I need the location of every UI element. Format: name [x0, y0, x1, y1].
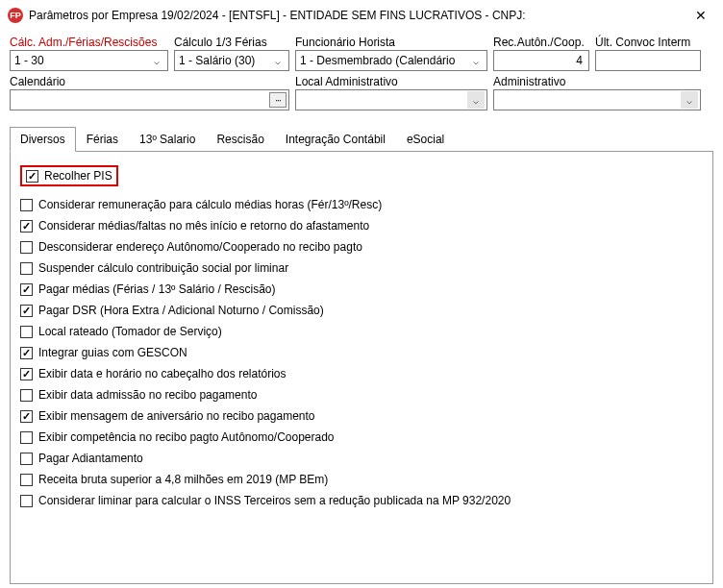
- checkbox[interactable]: [20, 410, 33, 423]
- combo-administrativo[interactable]: ⌵: [493, 89, 701, 110]
- checkbox-label: Recolher PIS: [44, 169, 112, 183]
- combo-func-hor-value: 1 - Desmembrado (Calendário: [300, 54, 455, 67]
- label-calc-13: Cálculo 1/3 Férias: [174, 36, 289, 49]
- checkbox[interactable]: [20, 199, 33, 211]
- combo-calc-adm[interactable]: 1 - 30 ⌵: [10, 50, 168, 71]
- checkbox[interactable]: [20, 453, 33, 465]
- input-rec-auton[interactable]: 4: [493, 50, 589, 71]
- chevron-down-icon: ⌵: [467, 52, 485, 69]
- ellipsis-button[interactable]: ···: [269, 92, 287, 108]
- checkbox-row: Pagar médias (Férias / 13º Salário / Res…: [18, 279, 705, 300]
- checkbox-row: Suspender cálculo contribuição social po…: [18, 257, 705, 279]
- combo-func-hor[interactable]: 1 - Desmembrado (Calendário ⌵: [295, 50, 487, 71]
- tab-content-diversos: Recolher PISConsiderar remuneração para …: [10, 152, 713, 584]
- close-button[interactable]: ✕: [686, 6, 715, 25]
- tab-f-rias[interactable]: Férias: [76, 127, 129, 152]
- checkbox-label: Exibir competência no recibo pagto Autôn…: [38, 430, 335, 444]
- checkbox-label: Suspender cálculo contribuição social po…: [38, 261, 288, 275]
- label-administrativo: Administrativo: [493, 75, 701, 88]
- highlight-box: Recolher PIS: [20, 165, 118, 186]
- checkbox-label: Pagar médias (Férias / 13º Salário / Res…: [38, 282, 275, 296]
- input-calendario[interactable]: ···: [10, 89, 289, 110]
- input-ult-convoc[interactable]: [595, 50, 701, 71]
- checkbox[interactable]: [20, 474, 33, 486]
- chevron-down-icon: ⌵: [148, 52, 165, 69]
- checkbox[interactable]: [20, 368, 33, 380]
- checkbox-row: Exibir mensagem de aniversário no recibo…: [18, 405, 705, 427]
- combo-calc-adm-value: 1 - 30: [14, 54, 44, 67]
- checkbox-label: Considerar liminar para calcular o INSS …: [38, 494, 511, 507]
- titlebar: FP Parâmetros por Empresa 19/02/2024 - […: [0, 0, 723, 32]
- checkbox[interactable]: [20, 431, 33, 444]
- chevron-down-icon: ⌵: [467, 91, 485, 109]
- checkbox-row: Pagar DSR (Hora Extra / Adicional Noturn…: [18, 300, 705, 321]
- checkbox-row: Considerar remuneração para cálculo médi…: [18, 194, 705, 215]
- checkbox[interactable]: [20, 389, 33, 402]
- tab-diversos[interactable]: Diversos: [10, 127, 76, 152]
- tab-integra-o-cont-bil[interactable]: Integração Contábil: [275, 127, 396, 152]
- checkbox-row: Considerar médias/faltas no mês início e…: [18, 215, 705, 236]
- window-title: Parâmetros por Empresa 19/02/2024 - [ENT…: [29, 9, 686, 22]
- checkbox-label: Receita bruta superior a 4,8 milhões em …: [38, 473, 328, 486]
- combo-calc-13[interactable]: 1 - Salário (30) ⌵: [174, 50, 289, 71]
- combo-local-adm[interactable]: ⌵: [295, 89, 487, 110]
- parameters-panel: Cálc. Adm./Férias/Rescisões 1 - 30 ⌵ Cál…: [0, 32, 723, 120]
- checkbox-label: Integrar guias com GESCON: [38, 346, 187, 359]
- checkbox[interactable]: [20, 262, 33, 275]
- combo-calc-13-value: 1 - Salário (30): [179, 54, 255, 67]
- label-calc-adm: Cálc. Adm./Férias/Rescisões: [10, 36, 168, 49]
- chevron-down-icon: ⌵: [681, 91, 698, 109]
- tab-rescis-o[interactable]: Rescisão: [206, 127, 274, 152]
- label-calendario: Calendário: [10, 75, 289, 88]
- tab-13-salario[interactable]: 13º Salario: [129, 127, 206, 152]
- input-rec-auton-value: 4: [576, 54, 583, 67]
- checkbox-label: Considerar remuneração para cálculo médi…: [38, 198, 382, 211]
- checkbox[interactable]: [20, 305, 33, 317]
- checkbox-label: Exibir data admissão no recibo pagamento: [38, 388, 257, 402]
- label-rec-auton: Rec.Autôn./Coop.: [493, 36, 589, 49]
- checkbox-row: Integrar guias com GESCON: [18, 342, 705, 363]
- checkbox-label: Exibir mensagem de aniversário no recibo…: [38, 409, 315, 423]
- checkbox[interactable]: [26, 170, 38, 183]
- checkbox-row: Exibir data e horário no cabeçalho dos r…: [18, 363, 705, 384]
- checkbox-label: Considerar médias/faltas no mês início e…: [38, 219, 369, 233]
- checkbox[interactable]: [20, 326, 33, 338]
- checkbox[interactable]: [20, 283, 33, 296]
- checkbox-row: Receita bruta superior a 4,8 milhões em …: [18, 469, 705, 490]
- tabs-bar: DiversosFérias13º SalarioRescisãoIntegra…: [10, 126, 713, 152]
- checkbox-row: Considerar liminar para calcular o INSS …: [18, 490, 705, 511]
- checkbox-label: Pagar Adiantamento: [38, 452, 143, 465]
- checkbox[interactable]: [20, 220, 33, 233]
- checkbox-row: Local rateado (Tomador de Serviço): [18, 321, 705, 342]
- checkbox-row: Recolher PIS: [18, 161, 705, 194]
- chevron-down-icon: ⌵: [269, 52, 287, 69]
- checkbox-row: Pagar Adiantamento: [18, 448, 705, 469]
- app-icon: FP: [8, 8, 23, 23]
- label-func-hor: Funcionário Horista: [295, 36, 487, 49]
- label-local-adm: Local Administrativo: [295, 75, 487, 88]
- checkbox-label: Exibir data e horário no cabeçalho dos r…: [38, 367, 286, 380]
- checkbox-label: Desconsiderar endereço Autônomo/Cooperad…: [38, 240, 362, 254]
- checkbox-row: Exibir data admissão no recibo pagamento: [18, 384, 705, 405]
- label-ult-convoc: Últ. Convoc Interm: [595, 36, 701, 49]
- tab-esocial[interactable]: eSocial: [396, 127, 455, 152]
- checkbox[interactable]: [20, 495, 33, 507]
- checkbox-row: Exibir competência no recibo pagto Autôn…: [18, 427, 705, 448]
- checkbox-label: Pagar DSR (Hora Extra / Adicional Noturn…: [38, 304, 324, 317]
- checkbox-label: Local rateado (Tomador de Serviço): [38, 325, 222, 338]
- checkbox-row: Desconsiderar endereço Autônomo/Cooperad…: [18, 236, 705, 257]
- checkbox[interactable]: [20, 241, 33, 254]
- checkbox[interactable]: [20, 347, 33, 359]
